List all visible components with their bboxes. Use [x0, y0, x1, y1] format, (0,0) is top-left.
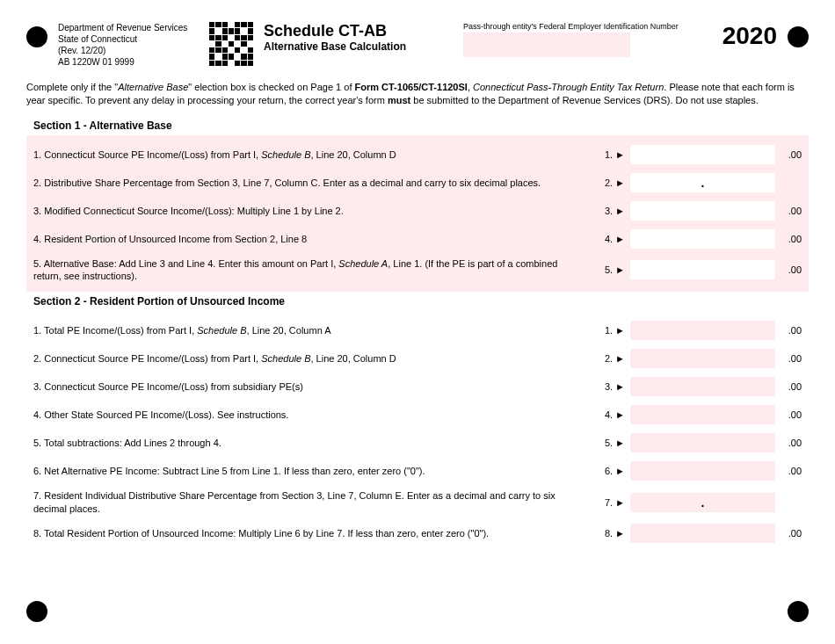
- line-description: 5. Total subtractions: Add Lines 2 throu…: [33, 437, 595, 449]
- line-description: 4. Resident Portion of Unsourced Income …: [33, 233, 595, 245]
- dept-line2: State of Connecticut: [58, 33, 199, 45]
- line-description: 1. Connecticut Source PE Income/(Loss) f…: [33, 148, 595, 161]
- section2-line7-input[interactable]: .: [630, 493, 775, 512]
- line-suffix: .00: [775, 438, 802, 448]
- section2-header: Section 2 - Resident Portion of Unsource…: [26, 292, 809, 311]
- line-suffix: .00: [775, 325, 802, 336]
- section1-line5-input[interactable]: [630, 260, 775, 279]
- line-suffix: .00: [775, 528, 802, 539]
- line-description: 4. Other State Sourced PE Income/(Loss).…: [33, 409, 595, 421]
- section1-header: Section 1 - Alternative Base: [26, 116, 809, 135]
- line-description: 3. Connecticut Source PE Income/(Loss) f…: [33, 380, 595, 393]
- line-number-marker: 3. ►: [595, 206, 630, 216]
- dept-line4: AB 1220W 01 9999: [58, 56, 199, 68]
- line-row: 1. Connecticut Source PE Income/(Loss) f…: [26, 141, 809, 169]
- section1-line4-input[interactable]: [630, 229, 775, 249]
- line-suffix: .00: [775, 264, 802, 275]
- fein-input[interactable]: [463, 33, 630, 57]
- section2-line4-input[interactable]: [630, 405, 775, 424]
- line-suffix: .00: [775, 381, 802, 392]
- line-description: 8. Total Resident Portion of Unsourced I…: [33, 527, 595, 539]
- line-number-marker: 4. ►: [595, 409, 630, 420]
- line-description: 7. Resident Individual Distributive Shar…: [33, 489, 595, 515]
- line-row: 7. Resident Individual Distributive Shar…: [26, 485, 809, 519]
- line-suffix: .00: [775, 234, 802, 244]
- line-row: 3. Modified Connecticut Source Income/(L…: [26, 197, 809, 225]
- form-header: Department of Revenue Services State of …: [26, 22, 809, 68]
- line-description: 5. Alternative Base: Add Line 3 and Line…: [33, 257, 595, 283]
- line-row: 4. Resident Portion of Unsourced Income …: [26, 225, 809, 253]
- line-row: 1. Total PE Income/(Loss) from Part I, S…: [26, 316, 809, 344]
- line-number-marker: 3. ►: [595, 381, 630, 392]
- dept-line1: Department of Revenue Services: [58, 22, 199, 33]
- section2-line1-input[interactable]: [630, 321, 775, 340]
- line-number-marker: 2. ►: [595, 353, 630, 364]
- line-row: 2. Connecticut Source PE Income/(Loss) f…: [26, 344, 809, 373]
- title-block: Schedule CT-AB Alternative Base Calculat…: [264, 22, 453, 53]
- section2-line3-input[interactable]: [630, 377, 775, 396]
- section1-line3-input[interactable]: [630, 201, 775, 221]
- line-description: 2. Distributive Share Percentage from Se…: [33, 177, 595, 189]
- line-suffix: .00: [775, 409, 802, 420]
- line-description: 1. Total PE Income/(Loss) from Part I, S…: [33, 324, 595, 336]
- line-description: 3. Modified Connecticut Source Income/(L…: [33, 205, 595, 217]
- line-description: 2. Connecticut Source PE Income/(Loss) f…: [33, 352, 595, 365]
- line-suffix: .00: [775, 353, 802, 364]
- section2-line8-input[interactable]: [630, 524, 775, 543]
- alignment-dot-bottom-right: [788, 601, 809, 622]
- line-number-marker: 1. ►: [595, 149, 630, 160]
- fein-block: Pass-through entity's Federal Employer I…: [463, 22, 705, 57]
- alignment-dot-bottom-left: [26, 601, 47, 622]
- line-suffix: .00: [775, 206, 802, 216]
- alignment-dot-top-left: [26, 26, 47, 47]
- tax-year: 2020: [722, 22, 777, 50]
- line-number-marker: 5. ►: [595, 438, 630, 448]
- dept-line3: (Rev. 12/20): [58, 45, 199, 56]
- line-row: 5. Total subtractions: Add Lines 2 throu…: [26, 429, 809, 457]
- section2-line5-input[interactable]: [630, 433, 775, 452]
- line-number-marker: 2. ►: [595, 177, 630, 188]
- section2-band: 1. Total PE Income/(Loss) from Part I, S…: [26, 311, 809, 553]
- line-row: 8. Total Resident Portion of Unsourced I…: [26, 519, 809, 547]
- line-number-marker: 6. ►: [595, 466, 630, 476]
- department-block: Department of Revenue Services State of …: [58, 22, 199, 68]
- line-number-marker: 7. ►: [595, 497, 630, 508]
- line-number-marker: 8. ►: [595, 528, 630, 539]
- line-number-marker: 4. ►: [595, 234, 630, 244]
- decimal-point: .: [701, 176, 705, 190]
- section2-line2-input[interactable]: [630, 349, 775, 368]
- section1-line2-input[interactable]: .: [630, 173, 775, 192]
- footer-dots: [26, 601, 809, 622]
- instructions-text: Complete only if the "Alternative Base" …: [26, 81, 809, 107]
- line-suffix: .00: [775, 466, 802, 476]
- line-row: 2. Distributive Share Percentage from Se…: [26, 169, 809, 197]
- form-subtitle: Alternative Base Calculation: [264, 40, 453, 53]
- line-number-marker: 5. ►: [595, 264, 630, 275]
- section1-line1-input[interactable]: [630, 145, 775, 164]
- fein-label: Pass-through entity's Federal Employer I…: [463, 22, 705, 31]
- qr-code-icon: [209, 22, 253, 66]
- line-row: 5. Alternative Base: Add Line 3 and Line…: [26, 253, 809, 287]
- line-number-marker: 1. ►: [595, 325, 630, 336]
- line-row: 4. Other State Sourced PE Income/(Loss).…: [26, 401, 809, 429]
- alignment-dot-top-right: [788, 26, 809, 47]
- section1-band: 1. Connecticut Source PE Income/(Loss) f…: [26, 135, 809, 293]
- form-title: Schedule CT-AB: [264, 22, 453, 40]
- line-description: 6. Net Alternative PE Income: Subtract L…: [33, 465, 595, 477]
- decimal-point: .: [701, 496, 705, 510]
- line-row: 6. Net Alternative PE Income: Subtract L…: [26, 457, 809, 485]
- line-suffix: .00: [775, 149, 802, 160]
- line-row: 3. Connecticut Source PE Income/(Loss) f…: [26, 373, 809, 401]
- section2-line6-input[interactable]: [630, 461, 775, 481]
